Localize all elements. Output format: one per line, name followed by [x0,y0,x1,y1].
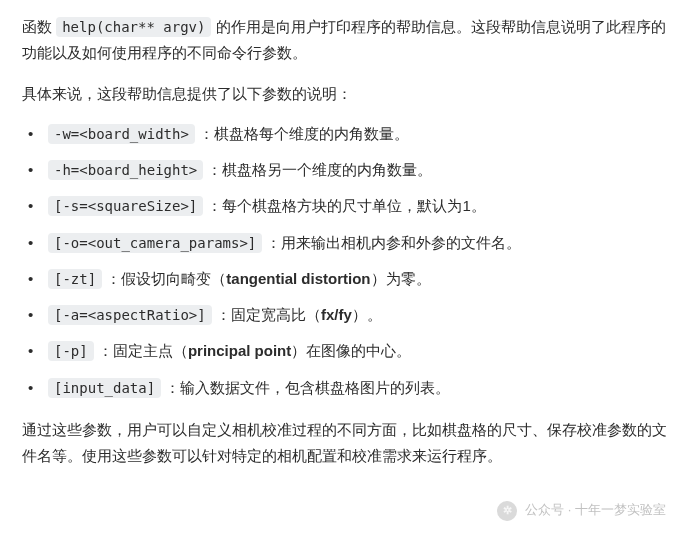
param-desc-bold: principal point [188,342,291,359]
param-desc: ：输入数据文件，包含棋盘格图片的列表。 [165,379,450,396]
param-item: [-o=<out_camera_params>] ：用来输出相机内参和外参的文件… [22,230,672,256]
param-desc-bold: fx/fy [321,306,352,323]
param-code: [-a=<aspectRatio>] [48,305,212,325]
param-item: [input_data] ：输入数据文件，包含棋盘格图片的列表。 [22,375,672,401]
watermark: ✲ 公众号 · 十年一梦实验室 [497,499,666,522]
watermark-label: 公众号 · 十年一梦实验室 [525,499,666,522]
outro-paragraph: 通过这些参数，用户可以自定义相机校准过程的不同方面，比如棋盘格的尺寸、保存校准参… [22,417,672,470]
param-item: -w=<board_width> ：棋盘格每个维度的内角数量。 [22,121,672,147]
param-code: [-s=<squareSize>] [48,196,203,216]
param-item: [-a=<aspectRatio>] ：固定宽高比（fx/fy）。 [22,302,672,328]
param-desc: ：棋盘格每个维度的内角数量。 [199,125,409,142]
param-code: [-zt] [48,269,102,289]
param-code: -h=<board_height> [48,160,203,180]
param-desc: ：棋盘格另一个维度的内角数量。 [207,161,432,178]
param-desc-after: ）。 [352,306,382,323]
param-item: [-s=<squareSize>] ：每个棋盘格方块的尺寸单位，默认为1。 [22,193,672,219]
lead-paragraph: 具体来说，这段帮助信息提供了以下参数的说明： [22,81,672,107]
param-item: -h=<board_height> ：棋盘格另一个维度的内角数量。 [22,157,672,183]
intro-code: help(char** argv) [56,17,211,37]
param-code: -w=<board_width> [48,124,195,144]
param-desc-before: ：假设切向畸变（ [106,270,226,287]
param-code: [-o=<out_camera_params>] [48,233,262,253]
param-code: [-p] [48,341,94,361]
intro-paragraph: 函数 help(char** argv) 的作用是向用户打印程序的帮助信息。这段… [22,14,672,67]
param-desc-after: ）为零。 [371,270,431,287]
params-list: -w=<board_width> ：棋盘格每个维度的内角数量。-h=<board… [22,121,672,401]
param-item: [-zt] ：假设切向畸变（tangential distortion）为零。 [22,266,672,292]
param-desc: ：用来输出相机内参和外参的文件名。 [266,234,521,251]
param-desc: ：每个棋盘格方块的尺寸单位，默认为1。 [207,197,485,214]
param-code: [input_data] [48,378,161,398]
param-item: [-p] ：固定主点（principal point）在图像的中心。 [22,338,672,364]
wechat-icon: ✲ [497,501,517,521]
param-desc-before: ：固定宽高比（ [216,306,321,323]
param-desc-before: ：固定主点（ [98,342,188,359]
param-desc-bold: tangential distortion [226,270,370,287]
param-desc-after: ）在图像的中心。 [291,342,411,359]
intro-prefix: 函数 [22,18,56,35]
